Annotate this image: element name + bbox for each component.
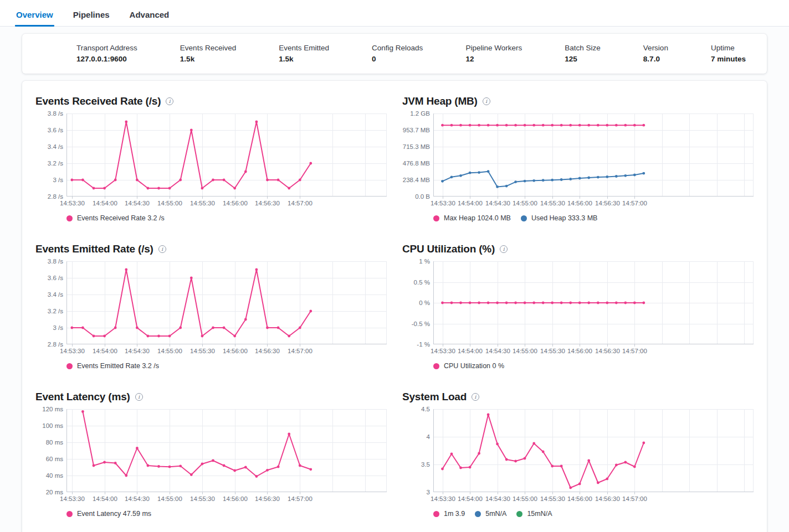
chart-body: 1 %0.5 %0 %-0.5 %-1 % 14:53:3014:54:0014… [402, 261, 754, 357]
x-axis-tick-label: 14:54:30 [485, 200, 510, 206]
chart-svg [433, 261, 754, 347]
chart-svg [66, 409, 387, 495]
charts-panel: Events Received Rate (/s) 3.8 /s3.6 /s3.… [22, 81, 767, 532]
x-axis-tick-label: 14:56:00 [567, 495, 592, 502]
legend: Events Emitted Rate 3.2 /s [35, 362, 387, 370]
x-axis-tick-label: 14:56:30 [255, 495, 280, 502]
legend-label: 1m 3.9 [444, 510, 465, 518]
summary-label: Pipeline Workers [465, 43, 522, 54]
x-axis: 14:53:3014:54:0014:54:3014:55:0014:55:30… [433, 495, 754, 504]
tab-pipelines[interactable]: Pipelines [72, 4, 111, 26]
legend: Events Received Rate 3.2 /s [35, 214, 387, 222]
legend-label: CPU Utilization 0 % [444, 362, 504, 370]
tab-overview[interactable]: Overview [15, 4, 54, 26]
x-axis-tick-label: 14:57:00 [288, 348, 312, 354]
x-axis-tick-label: 14:57:00 [622, 348, 647, 354]
plot-area[interactable] [66, 261, 387, 344]
chart-title: Events Received Rate (/s) [35, 95, 161, 107]
legend-item[interactable]: Used Heap 333.3 MB [521, 214, 598, 222]
summary-value: 1.5k [279, 54, 329, 65]
legend-dot [475, 511, 481, 517]
x-axis-tick-label: 14:55:00 [513, 348, 537, 354]
x-axis: 14:53:3014:54:0014:54:3014:55:0014:55:30… [433, 348, 754, 357]
x-axis-tick-label: 14:54:30 [125, 495, 150, 502]
chart-title-row: JVM Heap (MB) [402, 95, 754, 107]
x-axis-tick-label: 14:57:00 [288, 495, 312, 502]
x-axis-tick-label: 14:53:30 [60, 200, 85, 206]
legend-item[interactable]: 15mN/A [516, 510, 552, 518]
y-axis-tick-label: 476.8 MB [403, 160, 430, 167]
y-axis-tick-label: 2.8 /s [48, 193, 63, 200]
x-axis-tick-label: 14:55:30 [540, 348, 565, 354]
chart-title-row: Events Emitted Rate (/s) [35, 243, 387, 255]
plot-column: 14:53:3014:54:0014:54:3014:55:0014:55:30… [66, 261, 387, 357]
info-icon[interactable] [166, 97, 173, 105]
y-axis-tick-label: 3 [427, 489, 430, 495]
x-axis-tick-label: 14:56:00 [567, 200, 592, 206]
y-axis-tick-label: 20 ms [46, 489, 63, 495]
chart-title: CPU Utilization (%) [402, 243, 495, 255]
y-axis-tick-label: 3 /s [53, 177, 63, 183]
y-axis-tick-label: 715.3 MB [403, 143, 430, 150]
x-axis-tick-label: 14:56:30 [595, 200, 620, 206]
info-icon[interactable] [500, 245, 508, 253]
tab-advanced[interactable]: Advanced [129, 4, 171, 26]
x-axis-tick-label: 14:56:00 [223, 200, 248, 206]
x-axis-tick-label: 14:54:00 [458, 348, 483, 354]
chart-title: Event Latency (ms) [35, 391, 130, 403]
plot-area[interactable] [433, 409, 754, 492]
plot-area[interactable] [66, 409, 387, 492]
legend-dot [433, 215, 439, 221]
plot-area[interactable] [433, 261, 754, 344]
x-axis-tick-label: 14:57:00 [622, 200, 647, 206]
legend-item[interactable]: Events Emitted Rate 3.2 /s [66, 362, 159, 370]
x-axis-tick-label: 14:54:30 [125, 348, 150, 354]
legend-label: Max Heap 1024.0 MB [444, 214, 511, 222]
info-icon[interactable] [135, 393, 143, 401]
plot-area[interactable] [433, 113, 754, 197]
y-axis-tick-label: 3.8 /s [48, 258, 63, 265]
summary-value: 1.5k [180, 54, 236, 65]
chart-events-emitted-rate: Events Emitted Rate (/s) 3.8 /s3.6 /s3.4… [35, 243, 387, 370]
summary-label: Batch Size [565, 43, 601, 54]
legend-item[interactable]: 5mN/A [475, 510, 506, 518]
legend-item[interactable]: Event Latency 47.59 ms [66, 510, 151, 518]
legend-dot [521, 215, 527, 221]
summary-value: 12 [465, 54, 522, 65]
legend-item[interactable]: CPU Utilization 0 % [433, 362, 504, 370]
info-icon[interactable] [483, 97, 490, 105]
y-axis: 1 %0.5 %0 %-0.5 %-1 % [402, 261, 433, 344]
legend-item[interactable]: Max Heap 1024.0 MB [433, 214, 511, 222]
x-axis: 14:53:3014:54:0014:54:3014:55:0014:55:30… [66, 348, 387, 357]
plot-column: 14:53:3014:54:0014:54:3014:55:0014:55:30… [433, 261, 754, 357]
legend-dot [66, 511, 73, 517]
x-axis-tick-label: 14:57:00 [622, 495, 647, 502]
y-axis-tick-label: 3 /s [53, 324, 63, 331]
legend-label: Events Emitted Rate 3.2 /s [77, 362, 159, 370]
y-axis-tick-label: 3.6 /s [48, 275, 63, 281]
summary-label: Uptime [711, 43, 746, 54]
legend-label: Used Heap 333.3 MB [531, 214, 598, 222]
x-axis-tick-label: 14:54:30 [485, 348, 510, 354]
plot-area[interactable] [66, 113, 387, 197]
legend-dot [433, 363, 439, 369]
y-axis-tick-label: 1 % [419, 258, 430, 265]
chart-event-latency: Event Latency (ms) 120 ms100 ms80 ms60 m… [35, 391, 387, 518]
info-icon[interactable] [158, 245, 166, 253]
y-axis-tick-label: 4 [427, 433, 430, 440]
legend-item[interactable]: 1m 3.9 [433, 510, 465, 518]
x-axis: 14:53:3014:54:0014:54:3014:55:0014:55:30… [66, 200, 387, 209]
y-axis-tick-label: 40 ms [46, 472, 63, 479]
chart-title: Events Emitted Rate (/s) [35, 243, 153, 255]
chart-title-row: Events Received Rate (/s) [35, 95, 387, 107]
x-axis-tick-label: 14:55:00 [157, 200, 182, 206]
y-axis: 3.8 /s3.6 /s3.4 /s3.2 /s3 /s2.8 /s [35, 261, 66, 344]
legend-item[interactable]: Events Received Rate 3.2 /s [66, 214, 165, 222]
info-icon[interactable] [472, 393, 479, 401]
chart-jvm-heap: JVM Heap (MB) 1.2 GB953.7 MB715.3 MB476.… [402, 95, 754, 222]
x-axis-tick-label: 14:56:30 [255, 348, 280, 354]
summary-events-received: Events Received 1.5k [180, 43, 236, 64]
y-axis-tick-label: 3.2 /s [48, 160, 63, 167]
chart-title-row: CPU Utilization (%) [402, 243, 754, 255]
legend: Event Latency 47.59 ms [35, 510, 387, 518]
